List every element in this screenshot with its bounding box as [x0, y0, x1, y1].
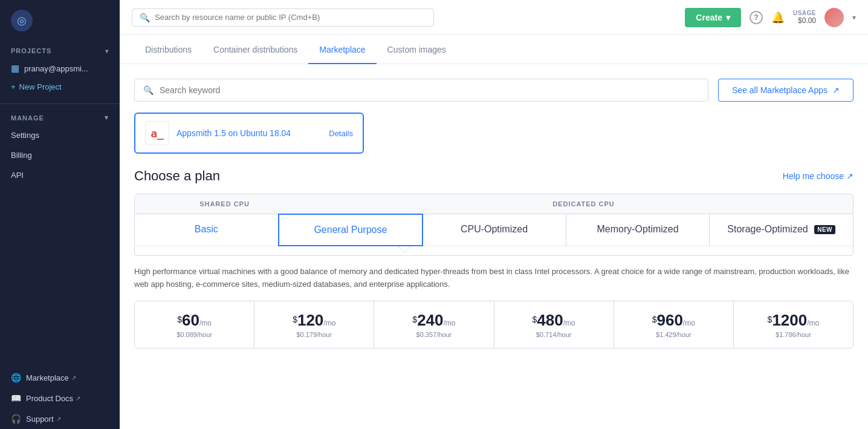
support-external-icon: ↗	[56, 416, 61, 422]
new-project-label: New Project	[19, 82, 62, 91]
manage-label: MANAGE	[11, 114, 44, 122]
sidebar-item-settings[interactable]: Settings	[0, 125, 120, 145]
amount-1: 120	[297, 311, 323, 329]
product-docs-external-icon: ↗	[76, 395, 80, 402]
usage-amount: $0.00	[793, 16, 816, 25]
marketplace-search-box[interactable]: 🔍	[134, 79, 708, 102]
create-label: Create	[696, 13, 722, 22]
see-all-marketplace-button[interactable]: See all Marketplace Apps ↗	[718, 79, 853, 102]
amount-0: 60	[182, 311, 199, 329]
create-button[interactable]: Create ▾	[685, 8, 741, 27]
amount-5: 1200	[772, 311, 807, 329]
marketplace-search-row: 🔍 See all Marketplace Apps ↗	[134, 79, 853, 102]
marketplace-search-input[interactable]	[160, 85, 699, 95]
hourly-3: $0.714/hour	[502, 331, 606, 338]
plan-option-storage-optimized[interactable]: Storage-Optimized NEW	[710, 214, 853, 246]
logo-icon: ◎	[11, 10, 33, 31]
pricing-cards: $60/mo $0.089/hour $120/mo $0.179/hour $…	[134, 301, 853, 349]
period-3: /mo	[563, 319, 575, 327]
product-docs-book-icon: 📖	[11, 393, 21, 403]
period-2: /mo	[444, 319, 456, 327]
search-icon: 🔍	[140, 13, 150, 22]
currency-1: $	[293, 314, 297, 324]
manage-section-header[interactable]: MANAGE ▾	[0, 108, 120, 125]
manage-chevron-icon: ▾	[105, 114, 109, 122]
tab-container-distributions[interactable]: Container distributions	[202, 35, 308, 64]
plan-indicator-inner	[399, 246, 410, 253]
period-1: /mo	[323, 319, 335, 327]
support-label: Support	[26, 414, 54, 424]
pricing-card-120[interactable]: $120/mo $0.179/hour	[254, 301, 374, 348]
app-icon: a_	[145, 121, 169, 145]
bell-icon: 🔔	[771, 11, 785, 24]
page-content: 🔍 See all Marketplace Apps ↗ a_ Appsmith…	[120, 64, 868, 349]
plan-option-general-purpose[interactable]: General Purpose	[278, 214, 424, 246]
sidebar-item-api[interactable]: API	[0, 165, 120, 185]
amount-3: 480	[537, 311, 563, 329]
category-dedicated-cpu: DEDICATED CPU	[314, 194, 853, 214]
help-button[interactable]: ?	[750, 10, 763, 24]
api-label: API	[11, 171, 24, 180]
app-details-link[interactable]: Details	[329, 129, 353, 138]
period-5: /mo	[807, 319, 819, 327]
help-me-choose-link[interactable]: Help me choose ↗	[783, 171, 853, 181]
sidebar-item-support[interactable]: 🎧 Support ↗	[0, 408, 120, 429]
hourly-2: $0.357/hour	[381, 331, 486, 338]
plan-header: Choose a plan Help me choose ↗	[134, 168, 853, 184]
avatar[interactable]	[824, 8, 844, 27]
plan-option-memory-optimized[interactable]: Memory-Optimized	[566, 214, 710, 246]
plus-icon: +	[11, 82, 16, 91]
plan-category-row: SHARED CPU DEDICATED CPU	[135, 194, 853, 214]
see-all-label: See all Marketplace Apps	[732, 85, 828, 95]
topbar: 🔍 Create ▾ ? 🔔 USAGE $0.00 ▾	[120, 0, 868, 35]
user-menu-chevron-icon[interactable]: ▾	[852, 13, 856, 22]
pricing-card-60[interactable]: $60/mo $0.089/hour	[135, 301, 254, 348]
usage-block: USAGE $0.00	[793, 10, 816, 25]
category-shared-cpu: SHARED CPU	[135, 194, 314, 214]
hourly-4: $1.429/hour	[621, 331, 726, 338]
hourly-1: $0.179/hour	[262, 331, 366, 338]
tab-container-distributions-label: Container distributions	[213, 45, 297, 54]
plan-options-row: Basic General Purpose CPU-Optimized Memo…	[135, 214, 853, 246]
sidebar-item-product-docs[interactable]: 📖 Product Docs ↗	[0, 388, 120, 408]
currency-0: $	[177, 314, 182, 324]
tab-marketplace[interactable]: Marketplace	[308, 35, 376, 64]
marketplace-bottom-label: Marketplace	[26, 373, 69, 382]
help-external-icon: ↗	[846, 171, 853, 181]
help-me-choose-label: Help me choose	[783, 171, 844, 181]
tab-distributions-label: Distributions	[145, 45, 192, 54]
sidebar-item-marketplace[interactable]: 🌐 Marketplace ↗	[0, 367, 120, 388]
project-grid-icon: ▦	[11, 63, 19, 74]
new-project-button[interactable]: + New Project	[0, 79, 120, 95]
pricing-card-1200[interactable]: $1200/mo $1.786/hour	[734, 301, 853, 348]
see-all-external-icon: ↗	[832, 85, 840, 95]
tab-custom-images[interactable]: Custom images	[377, 35, 457, 64]
app-name: Appsmith 1.5 on Ubuntu 18.04	[177, 128, 322, 138]
settings-label: Settings	[11, 131, 39, 140]
app-item[interactable]: a_ Appsmith 1.5 on Ubuntu 18.04 Details	[134, 113, 364, 154]
pricing-card-960[interactable]: $960/mo $1.429/hour	[614, 301, 734, 348]
tab-distributions[interactable]: Distributions	[134, 35, 202, 64]
plan-description: High performance virtual machines with a…	[134, 266, 853, 291]
hourly-0: $0.089/hour	[142, 331, 247, 338]
projects-label: PROJECTS	[11, 47, 51, 54]
period-0: /mo	[199, 319, 212, 327]
sidebar-item-billing[interactable]: Billing	[0, 145, 120, 165]
global-search-bar[interactable]: 🔍	[132, 8, 434, 27]
plan-option-basic[interactable]: Basic	[135, 214, 279, 246]
pricing-card-240[interactable]: $240/mo $0.357/hour	[374, 301, 494, 348]
projects-section-header[interactable]: PROJECTS ▾	[0, 41, 120, 58]
logo-area[interactable]: ◎	[0, 0, 120, 41]
notifications-button[interactable]: 🔔	[771, 11, 785, 24]
currency-2: $	[412, 314, 417, 324]
search-input[interactable]	[155, 13, 426, 22]
storage-new-badge: NEW	[814, 225, 835, 234]
marketplace-external-icon: ↗	[71, 375, 76, 381]
plan-option-cpu-optimized[interactable]: CPU-Optimized	[423, 214, 566, 246]
create-chevron-icon: ▾	[726, 13, 730, 22]
project-item[interactable]: ▦ pranay@appsmi...	[0, 58, 120, 79]
usage-label: USAGE	[793, 10, 816, 16]
amount-4: 960	[656, 311, 682, 329]
amount-2: 240	[417, 311, 443, 329]
pricing-card-480[interactable]: $480/mo $0.714/hour	[494, 301, 614, 348]
